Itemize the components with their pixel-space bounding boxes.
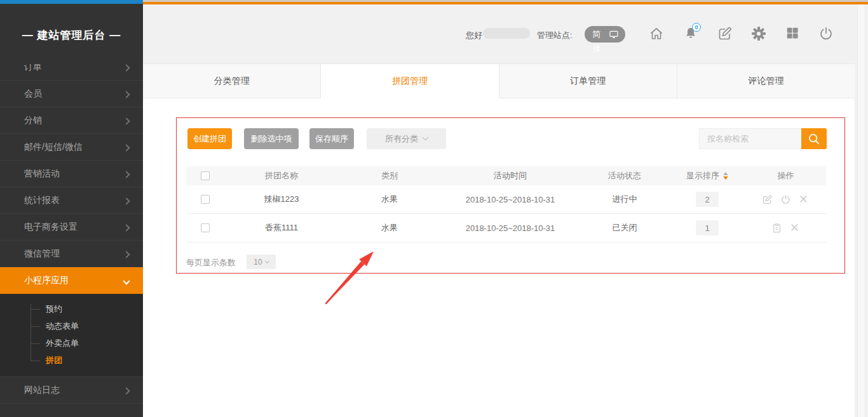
search-button[interactable]: [801, 128, 827, 149]
row-checkbox[interactable]: [201, 195, 210, 204]
miniprogram-submenu: 预约 动态表单 外卖点单 拼团: [0, 294, 143, 377]
sidebar-item-statistics[interactable]: 统计报表: [0, 187, 143, 214]
sidebar: — 建站管理后台 — 订单 会员 分销 邮件/短信/微信 营销活动: [0, 0, 143, 417]
save-order-button[interactable]: 保存顺序: [309, 128, 354, 149]
cell-status: 已关闭: [580, 222, 669, 234]
chevron-down-icon: [423, 135, 429, 141]
col-header-status: 活动状态: [580, 170, 669, 182]
close-icon[interactable]: [799, 194, 810, 205]
edit-icon[interactable]: [717, 26, 733, 41]
chevron-right-icon: [124, 64, 129, 72]
greeting-text: 您好: [466, 30, 482, 41]
submenu-item-takeout-order[interactable]: 外卖点单: [46, 334, 143, 352]
tab-bar: 分类管理 拼团管理 订单管理 评论管理: [143, 63, 855, 98]
row-checkbox[interactable]: [201, 223, 210, 232]
search-icon: [807, 132, 821, 146]
site-label: 管理站点:: [537, 30, 573, 41]
scrollbar[interactable]: [857, 4, 865, 417]
top-orange-bar: [143, 2, 868, 4]
power-icon[interactable]: [818, 26, 834, 41]
create-group-buy-button[interactable]: 创建拼团: [187, 128, 232, 149]
group-buy-table: 拼团名称 类别 活动时间 活动状态 显示排序 操作 辣椒1223 水果 2018…: [186, 166, 826, 242]
sidebar-item-mail-sms-wechat[interactable]: 邮件/短信/微信: [0, 134, 143, 161]
sort-up-icon: [723, 172, 728, 175]
cell-time: 2018-10-25~2018-10-31: [440, 195, 580, 204]
col-header-actions: 操作: [745, 170, 826, 182]
chevron-right-icon: [124, 169, 129, 179]
cell-time: 2018-10-25~2018-10-31: [440, 223, 580, 233]
chevron-right-icon: [124, 89, 129, 99]
col-header-order: 显示排序: [686, 170, 719, 182]
cell-category: 水果: [339, 222, 440, 234]
col-header-time: 活动时间: [440, 170, 580, 182]
chevron-right-icon: [124, 249, 129, 259]
chevron-right-icon: [124, 385, 129, 395]
category-filter-dropdown[interactable]: 所有分类: [367, 128, 446, 149]
sidebar-item-site-logs[interactable]: 网站日志: [0, 377, 143, 404]
sidebar-item-members[interactable]: 会员: [0, 81, 143, 107]
sidebar-item-ecommerce-settings[interactable]: 电子商务设置: [0, 214, 143, 241]
sort-down-icon: [723, 176, 728, 180]
chevron-down-icon: [265, 259, 269, 263]
tab-category-management[interactable]: 分类管理: [143, 64, 321, 98]
col-header-name: 拼团名称: [224, 170, 339, 182]
apps-grid-icon[interactable]: [785, 26, 801, 41]
submenu-item-dynamic-forms[interactable]: 动态表单: [46, 317, 143, 334]
chevron-right-icon: [124, 195, 129, 206]
tab-comment-management[interactable]: 评论管理: [677, 64, 855, 98]
table-header-row: 拼团名称 类别 活动时间 活动状态 显示排序 操作: [186, 166, 826, 185]
sidebar-item-miniprogram-apps[interactable]: 小程序应用: [0, 267, 143, 294]
order-value-box[interactable]: 2: [696, 192, 719, 207]
gear-icon[interactable]: [751, 26, 766, 41]
tab-group-buy-management[interactable]: 拼团管理: [321, 64, 499, 98]
clipboard-icon[interactable]: [771, 223, 782, 234]
language-toggle[interactable]: 简: [585, 26, 625, 43]
home-icon[interactable]: [649, 26, 664, 41]
search-input[interactable]: [699, 128, 801, 149]
cell-name: 香蕉1111: [224, 222, 339, 234]
chevron-down-icon: [124, 275, 129, 286]
sort-toggle[interactable]: [723, 172, 728, 180]
sidebar-item-distribution[interactable]: 分销: [0, 107, 143, 134]
submenu-item-booking[interactable]: 预约: [46, 300, 143, 317]
sidebar-menu: 订单 会员 分销 邮件/短信/微信 营销活动 统计报表: [0, 64, 143, 417]
language-overflow-text: 体: [593, 43, 601, 55]
select-all-checkbox[interactable]: [201, 171, 210, 180]
table-row: 辣椒1223 水果 2018-10-25~2018-10-31 进行中 2: [186, 185, 826, 214]
order-value-box[interactable]: 1: [696, 220, 719, 235]
monitor-icon: [609, 29, 619, 39]
power-icon[interactable]: [780, 194, 791, 205]
redacted-username: [483, 28, 530, 39]
chevron-right-icon: [124, 116, 129, 126]
page-size-select[interactable]: 10: [247, 255, 276, 269]
cell-category: 水果: [339, 194, 440, 205]
top-blue-bar: [0, 0, 143, 4]
tab-order-management[interactable]: 订单管理: [499, 64, 677, 98]
notification-badge: 0: [692, 23, 701, 32]
app-title: — 建站管理后台 —: [0, 28, 143, 43]
table-row: 香蕉1111 水果 2018-10-25~2018-10-31 已关闭 1: [186, 214, 826, 242]
sidebar-item-wechat-management[interactable]: 微信管理: [0, 241, 143, 267]
bell-icon[interactable]: 0: [683, 26, 698, 41]
delete-selected-button[interactable]: 删除选中项: [244, 128, 299, 149]
chevron-right-icon: [124, 142, 129, 152]
col-header-category: 类别: [339, 170, 440, 182]
page-size-label: 每页显示条数: [186, 257, 236, 268]
cell-status: 进行中: [580, 194, 669, 205]
chevron-right-icon: [124, 222, 129, 232]
cell-name: 辣椒1223: [224, 194, 339, 205]
sidebar-item-marketing[interactable]: 营销活动: [0, 161, 143, 187]
submenu-item-group-buy[interactable]: 拼团: [46, 352, 143, 369]
sidebar-item-orders[interactable]: 订单: [0, 64, 143, 81]
close-icon[interactable]: [790, 223, 801, 234]
edit-icon[interactable]: [762, 194, 773, 205]
